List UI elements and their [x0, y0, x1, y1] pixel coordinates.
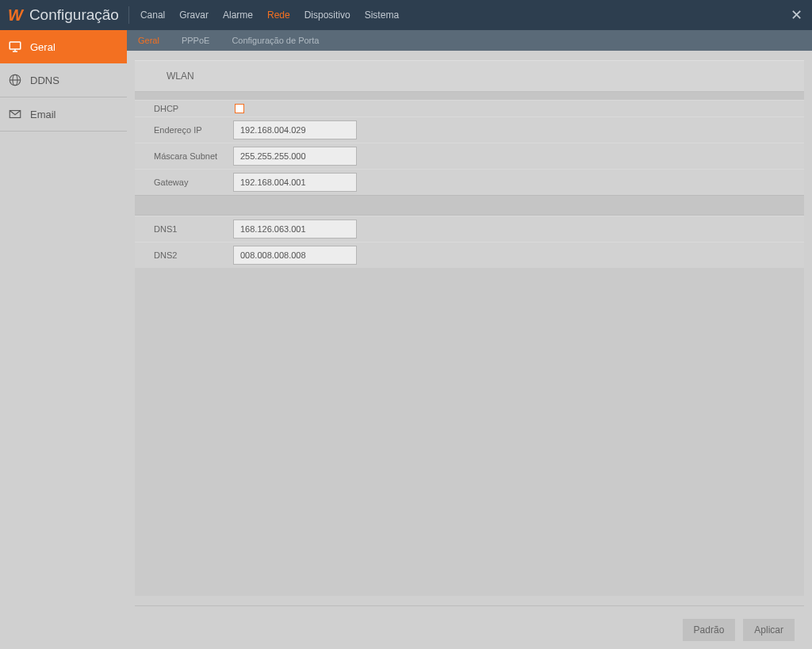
form-group-dns: DNS1 DNS2 — [135, 216, 804, 268]
page-title: Configuração — [29, 6, 119, 24]
settings-panel: WLAN DHCP Endereço IP Máscara Subnet — [135, 60, 804, 596]
app-header: W Configuração Canal Gravar Alarme Rede … — [0, 0, 812, 30]
label-subnet: Máscara Subnet — [154, 151, 233, 161]
label-dns1: DNS1 — [154, 224, 233, 234]
input-ip[interactable] — [233, 120, 357, 139]
sidebar-item-label: DDNS — [30, 74, 59, 86]
nav-sistema[interactable]: Sistema — [365, 10, 399, 21]
checkbox-dhcp[interactable] — [235, 104, 244, 113]
label-ip: Endereço IP — [154, 125, 233, 135]
row-gateway: Gateway — [135, 169, 804, 195]
row-dns2: DNS2 — [135, 242, 804, 268]
sidebar-item-email[interactable]: Email — [0, 97, 127, 132]
row-subnet: Máscara Subnet — [135, 143, 804, 169]
nav-dispositivo[interactable]: Dispositivo — [304, 10, 350, 21]
sidebar-item-label: Email — [30, 109, 56, 120]
top-nav: Canal Gravar Alarme Rede Dispositivo Sis… — [140, 10, 399, 21]
subtab-geral[interactable]: Geral — [127, 30, 170, 51]
sidebar: Geral DDNS Email — [0, 30, 127, 649]
nav-canal[interactable]: Canal — [140, 10, 165, 21]
sidebar-item-ddns[interactable]: DDNS — [0, 63, 127, 97]
logo-icon: W — [8, 6, 23, 25]
input-dns2[interactable] — [233, 246, 357, 265]
subtab-port-config[interactable]: Configuração de Porta — [220, 30, 330, 51]
label-dhcp: DHCP — [154, 104, 233, 113]
divider — [135, 195, 804, 216]
section-header-wlan: WLAN — [135, 61, 804, 92]
close-icon[interactable]: ✕ — [791, 6, 802, 24]
logo-box: W Configuração — [8, 6, 129, 24]
input-subnet[interactable] — [233, 147, 357, 166]
form-group-network: DHCP Endereço IP Máscara Subnet Gateway — [135, 100, 804, 195]
subtab-pppoe[interactable]: PPPoE — [170, 30, 220, 51]
input-dns1[interactable] — [233, 220, 357, 239]
panel-wrap: WLAN DHCP Endereço IP Máscara Subnet — [127, 51, 812, 649]
apply-button[interactable]: Aplicar — [743, 619, 795, 641]
monitor-icon — [8, 40, 22, 54]
input-gateway[interactable] — [233, 173, 357, 192]
content-area: Geral PPPoE Configuração de Porta WLAN D… — [127, 30, 812, 649]
footer-buttons: Padrão Aplicar — [135, 605, 804, 641]
row-ip: Endereço IP — [135, 116, 804, 143]
nav-gravar[interactable]: Gravar — [179, 10, 209, 21]
globe-icon — [8, 73, 22, 87]
label-dns2: DNS2 — [154, 250, 233, 260]
sub-tabs: Geral PPPoE Configuração de Porta — [127, 30, 812, 51]
nav-rede[interactable]: Rede — [267, 10, 290, 21]
spacer — [135, 92, 804, 100]
default-button[interactable]: Padrão — [683, 619, 736, 641]
row-dhcp: DHCP — [135, 100, 804, 116]
label-gateway: Gateway — [154, 178, 233, 187]
main-area: Geral DDNS Email Geral PPPoE Configuraçã… — [0, 30, 812, 649]
sidebar-item-label: Geral — [30, 41, 56, 53]
mail-icon — [8, 107, 22, 121]
row-dns1: DNS1 — [135, 216, 804, 242]
svg-rect-0 — [10, 42, 21, 49]
sidebar-item-geral[interactable]: Geral — [0, 30, 127, 63]
nav-alarme[interactable]: Alarme — [223, 10, 253, 21]
